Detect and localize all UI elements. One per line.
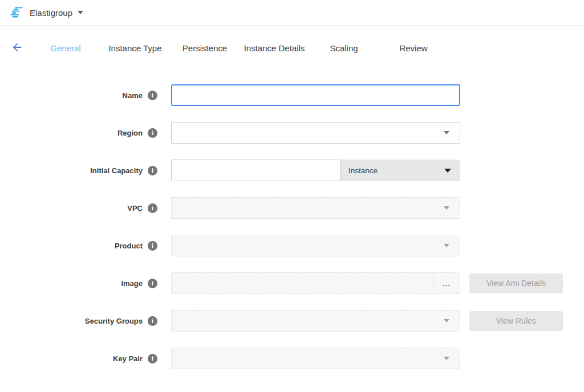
back-arrow-icon bbox=[11, 41, 23, 56]
name-row: Name i bbox=[0, 84, 584, 106]
vpc-info-icon[interactable]: i bbox=[148, 203, 157, 213]
tab-instance-type[interactable]: Instance Type bbox=[100, 43, 170, 53]
initial-capacity-row: Initial Capacity i Instance bbox=[0, 160, 584, 181]
key-pair-select bbox=[171, 348, 460, 369]
tab-general[interactable]: General bbox=[31, 43, 100, 53]
security-groups-info-icon[interactable]: i bbox=[148, 316, 157, 326]
product-label: Product bbox=[0, 242, 143, 250]
product-select bbox=[171, 235, 460, 256]
name-info-icon[interactable]: i bbox=[148, 91, 157, 100]
initial-capacity-info-icon[interactable]: i bbox=[148, 166, 157, 175]
image-label: Image bbox=[0, 279, 143, 288]
product-info-icon[interactable]: i bbox=[148, 241, 157, 251]
image-row: Image i ... View Ami Details bbox=[0, 272, 584, 294]
capacity-unit-value: Instance bbox=[348, 166, 378, 175]
key-pair-label: Key Pair bbox=[0, 354, 143, 363]
region-row: Region i bbox=[0, 122, 584, 144]
elastigroup-logo-icon bbox=[8, 6, 23, 19]
key-pair-info-icon[interactable]: i bbox=[148, 354, 157, 364]
vpc-row: VPC i bbox=[0, 197, 584, 219]
name-input[interactable] bbox=[171, 84, 460, 106]
general-settings-form: Name i Region i Initial Capacity i Insta… bbox=[0, 71, 584, 369]
chevron-down-icon bbox=[78, 11, 83, 14]
security-groups-select bbox=[171, 310, 460, 332]
back-button[interactable] bbox=[5, 41, 30, 56]
image-info-icon[interactable]: i bbox=[148, 279, 157, 288]
chevron-down-icon bbox=[444, 244, 449, 247]
region-select[interactable] bbox=[171, 122, 460, 144]
chevron-down-icon bbox=[444, 169, 451, 173]
app-header: Elastigroup bbox=[0, 0, 584, 26]
vpc-label: VPC bbox=[0, 204, 143, 213]
region-label: Region bbox=[0, 129, 143, 137]
chevron-down-icon bbox=[444, 319, 449, 322]
view-rules-button[interactable]: View Rules bbox=[469, 311, 563, 331]
wizard-tabs: General Instance Type Persistence Instan… bbox=[31, 43, 448, 53]
name-label: Name bbox=[0, 91, 143, 100]
tab-persistence[interactable]: Persistence bbox=[170, 43, 240, 53]
key-pair-row: Key Pair i bbox=[0, 348, 584, 369]
chevron-down-icon bbox=[444, 206, 449, 210]
security-groups-row: Security Groups i View Rules bbox=[0, 310, 584, 332]
region-info-icon[interactable]: i bbox=[148, 128, 157, 138]
tab-review[interactable]: Review bbox=[379, 43, 448, 53]
tab-scaling[interactable]: Scaling bbox=[309, 43, 379, 53]
image-browse-button[interactable]: ... bbox=[433, 273, 460, 293]
image-value bbox=[172, 273, 433, 293]
tab-instance-details[interactable]: Instance Details bbox=[240, 43, 309, 53]
capacity-unit-select[interactable]: Instance bbox=[340, 160, 460, 181]
product-title: Elastigroup bbox=[30, 8, 72, 18]
initial-capacity-input[interactable] bbox=[171, 160, 340, 181]
vpc-select bbox=[171, 197, 460, 219]
initial-capacity-label: Initial Capacity bbox=[0, 166, 143, 175]
security-groups-label: Security Groups bbox=[0, 317, 143, 325]
wizard-tabbar: General Instance Type Persistence Instan… bbox=[0, 26, 584, 71]
image-field: ... bbox=[171, 272, 460, 294]
product-row: Product i bbox=[0, 235, 584, 256]
chevron-down-icon bbox=[444, 131, 449, 134]
view-ami-details-button[interactable]: View Ami Details bbox=[469, 273, 563, 293]
chevron-down-icon bbox=[444, 357, 449, 360]
product-switcher[interactable]: Elastigroup bbox=[8, 6, 83, 19]
